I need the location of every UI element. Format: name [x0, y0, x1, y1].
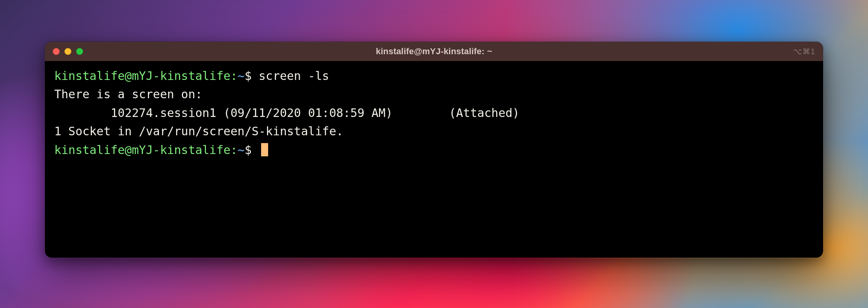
prompt-line-2: kinstalife@mYJ-kinstalife:~$ [54, 141, 814, 159]
prompt-path: ~ [238, 143, 245, 157]
window-title: kinstalife@mYJ-kinstalife: ~ [45, 46, 823, 57]
output-line-1: There is a screen on: [54, 85, 814, 103]
terminal-window: kinstalife@mYJ-kinstalife: ~ ⌥⌘1 kinstal… [44, 41, 824, 258]
prompt-line-1: kinstalife@mYJ-kinstalife:~$ screen -ls [54, 67, 814, 85]
traffic-lights [53, 48, 83, 55]
prompt-sep: : [231, 69, 238, 83]
cursor-icon [261, 143, 268, 156]
prompt-sep: : [231, 143, 238, 157]
prompt-userhost: kinstalife@mYJ-kinstalife [54, 69, 231, 83]
close-icon[interactable] [53, 48, 60, 55]
output-line-3: 1 Socket in /var/run/screen/S-kinstalife… [54, 122, 814, 140]
prompt-userhost: kinstalife@mYJ-kinstalife [54, 143, 231, 157]
minimize-icon[interactable] [64, 48, 71, 55]
prompt-dollar: $ [245, 143, 252, 157]
command-text: screen -ls [259, 69, 329, 83]
terminal-body[interactable]: kinstalife@mYJ-kinstalife:~$ screen -lsT… [45, 61, 823, 258]
shortcut-hint: ⌥⌘1 [793, 47, 815, 56]
prompt-path: ~ [238, 69, 245, 83]
output-line-2: 102274.session1 (09/11/2020 01:08:59 AM)… [54, 104, 814, 122]
prompt-dollar: $ [245, 69, 252, 83]
title-bar: kinstalife@mYJ-kinstalife: ~ ⌥⌘1 [45, 42, 823, 61]
zoom-icon[interactable] [76, 48, 83, 55]
